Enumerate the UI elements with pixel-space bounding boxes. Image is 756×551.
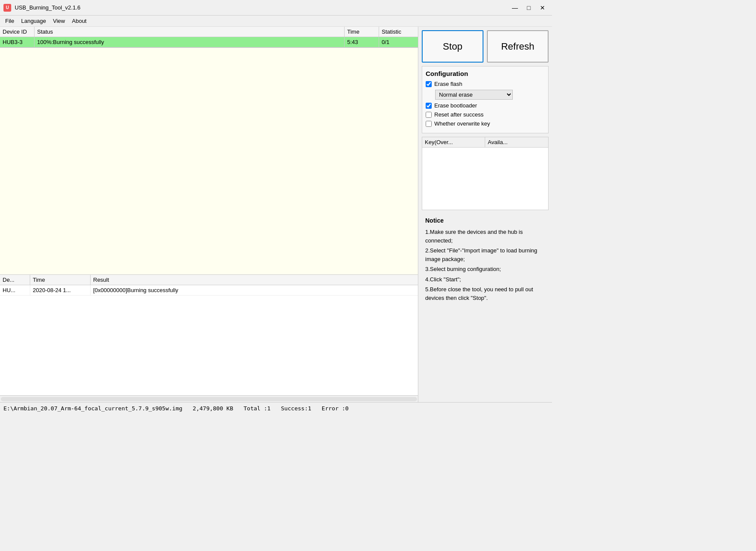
reset-after-success-label: Reset after success bbox=[434, 111, 483, 118]
erase-dropdown-row: Normal erase Full erase bbox=[435, 90, 545, 100]
log-col-time: Time bbox=[30, 275, 91, 285]
config-title: Configuration bbox=[426, 70, 545, 77]
reset-after-success-row: Reset after success bbox=[426, 111, 545, 118]
erase-bootloader-label: Erase bootloader bbox=[434, 102, 477, 109]
log-col-device: De... bbox=[0, 275, 30, 285]
horizontal-scrollbar[interactable] bbox=[0, 395, 418, 402]
overwrite-key-checkbox[interactable] bbox=[426, 121, 432, 127]
menu-view[interactable]: View bbox=[50, 17, 69, 25]
menu-file[interactable]: File bbox=[2, 17, 18, 25]
table-row: HUB3-3 100%:Burning successfully 5:43 0/… bbox=[0, 37, 418, 47]
erase-flash-label: Erase flash bbox=[434, 81, 462, 87]
cell-device-id: HUB3-3 bbox=[0, 37, 35, 47]
cell-time: 5:43 bbox=[345, 37, 379, 47]
erase-flash-checkbox[interactable] bbox=[426, 81, 432, 87]
button-row: Stop Refresh bbox=[422, 30, 549, 63]
notice-box: Notice 1.Make sure the devices and the h… bbox=[422, 214, 549, 399]
menu-about[interactable]: About bbox=[69, 17, 90, 25]
col-statistic: Statistic bbox=[379, 27, 418, 37]
right-panel: Stop Refresh Configuration Erase flash N… bbox=[418, 27, 552, 402]
log-area bbox=[0, 48, 418, 274]
notice-title: Notice bbox=[425, 216, 545, 225]
log-row: HU... 2020-08-24 1... [0x00000000]Burnin… bbox=[0, 285, 418, 296]
notice-line-2: 2.Select "File"-"Import image" to load b… bbox=[425, 246, 545, 263]
refresh-button[interactable]: Refresh bbox=[487, 30, 549, 63]
notice-line-3: 3.Select burning configuration; bbox=[425, 265, 545, 274]
table-header: Device ID Status Time Statistic bbox=[0, 27, 418, 37]
status-bar: E:\Armbian_20.07_Arm-64_focal_current_5.… bbox=[0, 402, 552, 414]
bottom-log: De... Time Result HU... 2020-08-24 1... … bbox=[0, 274, 418, 395]
status-file-size: 2,479,800 KB bbox=[193, 405, 233, 412]
col-device-id: Device ID bbox=[0, 27, 35, 37]
status-error: Error :0 bbox=[322, 405, 349, 412]
log-cell-result: [0x00000000]Burning successfully bbox=[91, 285, 418, 295]
col-status: Status bbox=[35, 27, 345, 37]
erase-flash-row: Erase flash bbox=[426, 81, 545, 87]
scrollbar-track bbox=[1, 397, 417, 401]
key-col-overwrite: Key(Over... bbox=[422, 137, 485, 147]
notice-line-5: 5.Before close the tool, you need to pul… bbox=[425, 285, 545, 302]
log-cell-device: HU... bbox=[0, 285, 30, 295]
minimize-button[interactable]: — bbox=[509, 3, 521, 13]
overwrite-key-row: Whether overwrite key bbox=[426, 120, 545, 127]
key-table-header: Key(Over... Availa... bbox=[422, 137, 548, 148]
key-col-available: Availa... bbox=[485, 137, 548, 147]
window-controls: — □ ✕ bbox=[509, 3, 549, 13]
app-title: USB_Burning_Tool_v2.1.6 bbox=[15, 4, 509, 11]
status-total: Total :1 bbox=[244, 405, 271, 412]
cell-statistic: 0/1 bbox=[379, 37, 418, 47]
log-col-result: Result bbox=[91, 275, 418, 285]
erase-bootloader-row: Erase bootloader bbox=[426, 102, 545, 109]
app-icon: U bbox=[3, 4, 11, 12]
title-bar: U USB_Burning_Tool_v2.1.6 — □ ✕ bbox=[0, 0, 552, 16]
col-time: Time bbox=[345, 27, 379, 37]
cell-status: 100%:Burning successfully bbox=[35, 37, 345, 47]
menu-language[interactable]: Language bbox=[18, 17, 50, 25]
overwrite-key-label: Whether overwrite key bbox=[434, 120, 490, 127]
key-table: Key(Over... Availa... bbox=[422, 137, 549, 210]
device-table: Device ID Status Time Statistic HUB3-3 1… bbox=[0, 27, 418, 48]
notice-line-1: 1.Make sure the devices and the hub is c… bbox=[425, 228, 545, 245]
erase-type-select[interactable]: Normal erase Full erase bbox=[435, 90, 513, 100]
main-content: Device ID Status Time Statistic HUB3-3 1… bbox=[0, 27, 552, 402]
menu-bar: File Language View About bbox=[0, 16, 552, 27]
configuration-box: Configuration Erase flash Normal erase F… bbox=[422, 66, 549, 133]
log-cell-time: 2020-08-24 1... bbox=[30, 285, 91, 295]
status-file-path: E:\Armbian_20.07_Arm-64_focal_current_5.… bbox=[3, 405, 182, 412]
reset-after-success-checkbox[interactable] bbox=[426, 112, 432, 118]
close-button[interactable]: ✕ bbox=[536, 3, 549, 13]
status-success: Success:1 bbox=[281, 405, 311, 412]
left-panel: Device ID Status Time Statistic HUB3-3 1… bbox=[0, 27, 418, 402]
bottom-log-header: De... Time Result bbox=[0, 275, 418, 285]
erase-bootloader-checkbox[interactable] bbox=[426, 103, 432, 109]
stop-button[interactable]: Stop bbox=[422, 30, 483, 63]
notice-line-4: 4.Click "Start"; bbox=[425, 275, 545, 284]
maximize-button[interactable]: □ bbox=[523, 3, 535, 13]
